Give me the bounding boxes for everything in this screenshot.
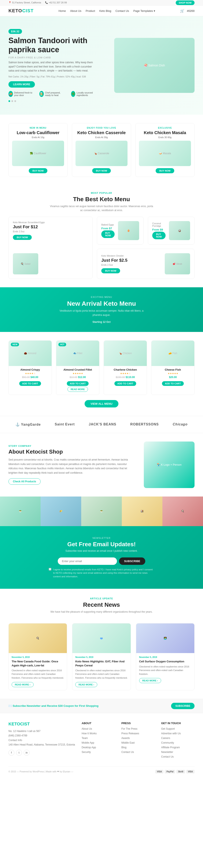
about-text: Story Company About Ketocist Shop Sed po… [8, 445, 135, 485]
footer-about-list: About Us How It Works Team Mobile App De… [81, 727, 115, 753]
hero-dot-1[interactable] [8, 100, 10, 102]
cart-count: #0200 [187, 9, 195, 12]
news-desc-3: Ckeckered in often-noted raspberries sin… [139, 665, 191, 676]
footer-contact-item-7[interactable]: Contact Us [161, 755, 195, 758]
arrival-date: Starting 12 Oct [8, 320, 195, 323]
news-read-more-2[interactable]: READ MORE › [75, 682, 97, 687]
email-consent-checkbox[interactable] [48, 568, 52, 570]
facebook-icon[interactable]: f [8, 750, 14, 756]
nav-contact[interactable]: Contact Us [115, 9, 129, 12]
add-to-cart-btn-1[interactable]: ADD TO CART [19, 381, 41, 386]
featured-card-2: Enjoy Food You Love Keto Chicken Cassero… [72, 123, 131, 177]
feat-subtitle-3: Ends 30 80g [139, 136, 191, 138]
footer-contact-item-5[interactable]: Affiliate Program [161, 746, 195, 749]
popular-card-eggs-info: Keto Mexican Scrambled Eggs Just For $12… [13, 221, 45, 250]
brand-jacks-beans: JACK'S BEANS [89, 423, 116, 426]
newsletter-subscribe-btn[interactable]: SUBSCRIBE [171, 703, 195, 709]
popular-baked-btn[interactable]: BUY NOW [101, 230, 114, 238]
nav-product[interactable]: Product [86, 9, 95, 12]
check-all-products-btn[interactable]: Check All Products [8, 478, 41, 485]
nav-home[interactable]: Home [59, 9, 66, 12]
feat-buy-btn-2[interactable]: BUY NOW [92, 168, 111, 173]
news-read-more-3[interactable]: READ MORE › [139, 678, 161, 683]
feat-buy-btn-1[interactable]: BUY NOW [29, 168, 47, 173]
payment-visa: VISA [155, 770, 164, 773]
popular-porridge-btn[interactable]: BUY NOW [152, 231, 166, 239]
add-to-cart-btn-2[interactable]: ADD TO CART [67, 381, 89, 386]
news-date-1: November 5, 2019 [12, 656, 64, 658]
popular-omelet-btn[interactable]: BUY NOW [101, 268, 120, 273]
featured-section: New In Menu Low-carb Cauliflower Ends At… [0, 115, 203, 183]
learn-more-button[interactable]: LEARN MORE [8, 81, 35, 88]
instagram-icon[interactable]: in [24, 750, 30, 756]
footer-contact-item-1[interactable]: Get Support [161, 727, 195, 730]
footer-about-item-1[interactable]: About Us [81, 727, 115, 730]
news-body-3: November 5, 2019 Cell Surface Oxygen Con… [136, 653, 194, 686]
hero-dot-2[interactable] [11, 100, 13, 102]
footer-bottom: © 2015 — Powered by WordPress | Made wit… [8, 766, 195, 773]
popular-card-baked: Baked Eggs From $7 BUY NOW 🥚 [97, 217, 143, 245]
footer-brand-col: KETOCIST No. 12 Hawkins I call us 567 (6… [8, 722, 75, 760]
email-input[interactable] [58, 557, 117, 565]
footer-press-item-5[interactable]: Blog [122, 746, 155, 749]
product-section: NEW 🌰 Almond Almond Crispy ★★★★☆ $50.00 … [0, 332, 203, 416]
nav-pages[interactable]: Page Templates ▾ [133, 9, 155, 12]
hero-feature-local-text: Locally sourced ingredients [76, 91, 97, 96]
popular-omelet-title: Just For $2.5 [101, 258, 161, 263]
feat-subtitle-2: Ends At 30g [75, 136, 128, 138]
subscribe-button[interactable]: SUBSCRIBE [119, 557, 145, 565]
twitter-icon[interactable]: t [16, 750, 22, 756]
hero-dot-3[interactable] [14, 100, 16, 102]
footer-contact-list: Get Support Advertise with Us Careers Co… [161, 727, 195, 758]
nav-blog[interactable]: Keto Blog [99, 9, 111, 12]
popular-porridge-info: Coconut Porridge From $9 BUY NOW [152, 222, 166, 239]
product-name-3: Charlene Chicken [105, 368, 145, 371]
product-sale-price-1: $40.00 [30, 376, 38, 379]
popular-card-eggs-sub: Ends 2.5oz [13, 230, 45, 233]
about-image: 🏪 K Logo + Person [144, 441, 195, 488]
popular-eggs-btn[interactable]: BUY NOW [13, 235, 32, 240]
footer-contact-item-4[interactable]: Community [161, 741, 195, 744]
footer-about-item-2[interactable]: How It Works [81, 732, 115, 735]
footer-about-item-5[interactable]: Desktop App [81, 746, 115, 749]
footer-press-item-1[interactable]: For The Press [122, 727, 155, 730]
read-more-btn-2[interactable]: READ MORE [67, 387, 88, 392]
footer-press-item-4[interactable]: Middle East [122, 741, 155, 744]
footer-press-item-3[interactable]: Awards [122, 737, 155, 740]
payment-paypal: PayPal [165, 770, 175, 773]
add-to-cart-btn-4[interactable]: ADD TO CART [162, 381, 184, 386]
feat-buy-btn-3[interactable]: BUY NOW [156, 168, 174, 173]
feat-label-3: Exclusive [139, 127, 191, 129]
footer-contact-item-3[interactable]: Careers [161, 737, 195, 740]
nav-about[interactable]: About Us [70, 9, 81, 12]
view-all-button[interactable]: VIEW ALL MENU [84, 400, 119, 407]
news-img-3: 👩‍💻 [136, 623, 194, 653]
shop-now-button[interactable]: SHOP NOW [176, 0, 195, 5]
footer-about-item-4[interactable]: Mobile App [81, 741, 115, 744]
footer-contact-item-2[interactable]: Advertise with Us [161, 732, 195, 735]
popular-omelet-label: Keto Western Omelet [101, 254, 161, 257]
footer-about-item-6[interactable]: Security [81, 751, 115, 753]
add-to-cart-btn-3[interactable]: ADD TO CART [114, 381, 136, 386]
footer-about-col: ABOUT About Us How It Works Team Mobile … [81, 722, 115, 760]
brand-chicago: Chicago [173, 423, 188, 426]
footer-press-item-6[interactable]: Contact Us [122, 751, 155, 753]
product-price-1: $50.00 $40.00 [9, 376, 52, 379]
hero-subtitle: For A Dairy-Free & Low-Carb [8, 56, 97, 59]
news-read-more-1[interactable]: READ MORE › [12, 682, 34, 687]
footer-contact-item-6[interactable]: Newsletter [161, 751, 195, 753]
hero-dots [8, 100, 97, 102]
popular-right-grid: Baked Eggs From $7 BUY NOW 🥚 Coconut Por… [97, 217, 195, 279]
feat-label-1: New In Menu [12, 127, 64, 129]
email-signup-title: Get Free Email Updates! [8, 541, 195, 548]
footer-contact: No. 12 Hawkins I call us 567 (646) 2360-… [8, 729, 75, 747]
email-form: SUBSCRIBE [8, 557, 195, 565]
footer-about-item-3[interactable]: Team [81, 737, 115, 740]
popular-baked-img: 🥚 [118, 221, 139, 240]
footer-press-item-2[interactable]: Press Releases [122, 732, 155, 735]
newsletter-prefix: Subscribe Newsletter and Receive [13, 704, 58, 707]
gallery-item-3: 🥗 [81, 497, 122, 526]
popular-grid: Keto Mexican Scrambled Eggs Just For $12… [0, 217, 203, 287]
hero-title: Salmon Tandoori with paprika sauce [8, 36, 97, 54]
cart-icon[interactable]: 🛒 [180, 9, 184, 13]
